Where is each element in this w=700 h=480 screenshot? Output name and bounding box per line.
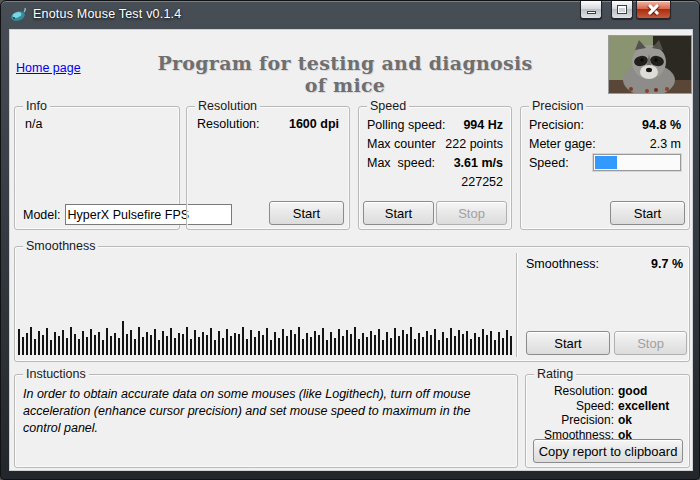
group-resolution: Resolution Resolution: 1600 dpi Start (186, 106, 350, 230)
group-smoothness-label: Smoothness (23, 239, 98, 254)
group-speed-label: Speed (367, 99, 409, 114)
group-info: Info n/a Model: (14, 106, 180, 230)
smoothness-stop-button[interactable]: Stop (614, 331, 687, 355)
smoothness-value: 9.7 % (651, 257, 683, 271)
rating-row-resolution: Resolution: good (530, 384, 683, 399)
meter-gage-value: 2.3 m (650, 137, 681, 151)
group-instructions-label: Instuctions (23, 367, 89, 382)
resolution-start-button[interactable]: Start (269, 201, 344, 225)
info-value: n/a (25, 117, 42, 131)
maximize-button[interactable] (611, 1, 633, 19)
app-window: Enotus Mouse Test v0.1.4 Home page Progr… (0, 0, 700, 480)
max-speed-value: 3.61 m/s (454, 156, 503, 170)
copy-report-button[interactable]: Copy report to clipboard (533, 439, 683, 463)
group-rating-label: Rating (534, 367, 576, 382)
speed-stop-button[interactable]: Stop (436, 201, 507, 225)
resolution-value: 1600 dpi (289, 117, 339, 131)
meter-gage-label: Meter gage: (529, 137, 596, 151)
instructions-text: In order to obtain accurate data on some… (23, 386, 507, 437)
rating-speed-value: excellent (618, 399, 669, 414)
maximize-icon (617, 5, 627, 14)
smoothness-label: Smoothness: (526, 257, 599, 271)
titlebar[interactable]: Enotus Mouse Test v0.1.4 (1, 1, 699, 29)
group-info-label: Info (23, 99, 50, 114)
group-precision: Precision Precision: 94.8 % Meter gage: … (520, 106, 690, 230)
close-icon (648, 4, 659, 15)
home-page-link[interactable]: Home page (16, 61, 81, 75)
speed-counter-value: 227252 (461, 175, 503, 189)
client-area: Home page Program for testing and diagno… (9, 29, 693, 471)
window-title: Enotus Mouse Test v0.1.4 (33, 7, 181, 21)
precision-speed-progress-fill (595, 156, 617, 169)
max-counter-label: Max counter (367, 137, 436, 151)
group-rating: Rating Resolution: good Speed: excellent… (525, 374, 690, 468)
rating-speed-label: Speed: (530, 399, 614, 414)
speed-start-button[interactable]: Start (363, 201, 434, 225)
rating-resolution-value: good (618, 384, 647, 399)
group-instructions: Instuctions In order to obtain accurate … (14, 374, 518, 468)
precision-speed-label: Speed: (529, 156, 569, 170)
minimize-button[interactable] (580, 1, 602, 19)
precision-start-button[interactable]: Start (610, 201, 685, 225)
group-resolution-label: Resolution (195, 99, 260, 114)
precision-label: Precision: (529, 118, 584, 132)
smoothness-bars (18, 315, 514, 355)
polling-speed-value: 994 Hz (463, 118, 503, 132)
group-speed: Speed Polling speed: 994 Hz Max counter … (358, 106, 512, 230)
rating-precision-label: Precision: (530, 413, 614, 428)
rating-precision-value: ok (618, 413, 632, 428)
smoothness-divider (516, 253, 517, 357)
app-icon mouse-icon (10, 6, 27, 23)
precision-value: 94.8 % (642, 118, 681, 132)
polling-speed-label: Polling speed: (367, 118, 446, 132)
page-title: Program for testing and diagnosis of mic… (150, 52, 540, 96)
minimize-icon (587, 11, 596, 14)
max-speed-label: Max speed: (367, 156, 435, 170)
max-counter-value: 222 points (445, 137, 503, 151)
smoothness-start-button[interactable]: Start (526, 331, 610, 355)
rating-row-precision: Precision: ok (530, 413, 683, 428)
rating-row-speed: Speed: excellent (530, 399, 683, 414)
raccoon-photo (608, 35, 692, 94)
model-label: Model: (23, 208, 61, 222)
rating-resolution-label: Resolution: (530, 384, 614, 399)
close-button[interactable] (636, 1, 671, 19)
precision-speed-progressbar (593, 154, 681, 171)
group-precision-label: Precision (529, 99, 586, 114)
resolution-label: Resolution: (197, 117, 260, 131)
group-smoothness: Smoothness Smoothness: 9.7 % Start Stop (14, 246, 690, 362)
